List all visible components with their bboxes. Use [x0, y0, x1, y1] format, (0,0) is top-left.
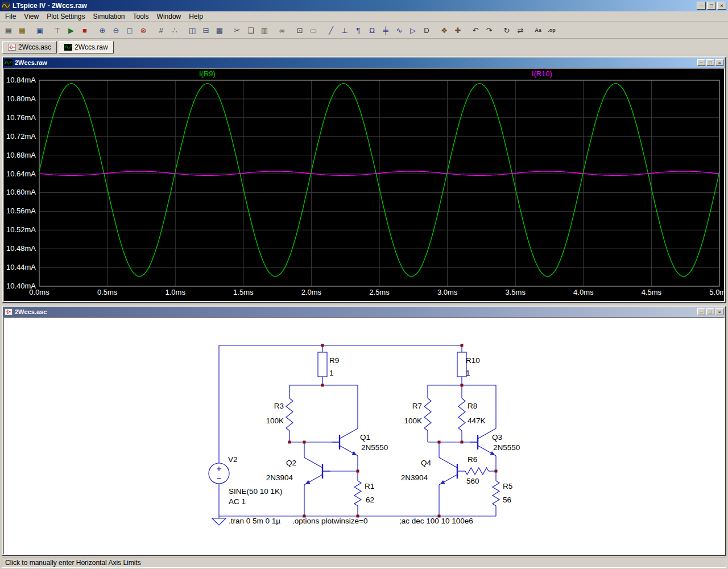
schematic-label[interactable]: R10 [466, 356, 480, 365]
wave-minimize-button[interactable]: ─ [697, 59, 705, 66]
voltage-source-V2[interactable] [209, 463, 229, 484]
transistor-Q2[interactable] [304, 457, 330, 485]
schematic-label[interactable]: R8 [468, 402, 477, 410]
schematic-label[interactable]: R6 [468, 455, 477, 464]
print-button[interactable]: ▭ [307, 23, 320, 37]
schematic-label[interactable]: .options plotwinsize=0 [292, 517, 367, 525]
halt-button[interactable]: ■ [78, 23, 92, 37]
schematic-maximize-button[interactable]: □ [706, 308, 714, 315]
resistor-R5[interactable] [493, 481, 499, 506]
schematic-label[interactable]: 100K [266, 417, 284, 425]
resistor-R1[interactable] [354, 481, 361, 506]
cascade-windows-button[interactable]: ▩ [213, 23, 226, 37]
close-button[interactable]: × [717, 2, 726, 10]
place-ground-button[interactable]: ⊥ [338, 23, 351, 37]
mark-data-points-button[interactable]: ∴ [168, 23, 181, 37]
schematic-label[interactable]: 100K [404, 417, 422, 425]
schematic-label[interactable]: R9 [329, 356, 339, 365]
find-button[interactable]: ∞ [275, 23, 289, 37]
schematic-window-titlebar[interactable]: 2Wccs.asc ─ □ × [3, 307, 725, 317]
place-component-button[interactable]: D [420, 23, 433, 37]
resistor-R3[interactable] [286, 398, 293, 431]
schematic-label[interactable]: 62 [366, 496, 374, 504]
move-button[interactable]: ❖ [437, 23, 451, 37]
tile-vertically-button[interactable]: ◫ [185, 23, 199, 37]
schematic-label[interactable]: .tran 0 5m 0 1µ [229, 517, 280, 525]
tab-2wccs-raw[interactable]: 2Wccs.raw [59, 41, 114, 53]
transistor-Q4[interactable] [439, 457, 465, 485]
place-capacitor-button[interactable]: ╪ [379, 23, 392, 37]
tab-2wccs-asc[interactable]: 2Wccs.asc [2, 41, 57, 53]
schematic-label[interactable]: R7 [412, 402, 422, 410]
schematic-label[interactable]: 1 [329, 369, 334, 377]
zoom-in-button[interactable]: ⊕ [96, 23, 109, 37]
schematic-label[interactable]: 2N3904 [401, 473, 428, 482]
menu-file[interactable]: File [1, 12, 20, 21]
zoom-full-extents-button[interactable]: ⊗ [136, 23, 150, 37]
schematic-canvas[interactable]: V2SINE(50 10 1K)AC 1R91R101R3100KR7100KR… [4, 318, 724, 554]
schematic-label[interactable]: 1 [466, 369, 470, 377]
schematic-label[interactable]: 2N5550 [493, 443, 520, 452]
resistor-R7[interactable] [424, 398, 431, 431]
cut-button[interactable]: ✂ [230, 23, 244, 37]
paste-button[interactable]: ▥ [258, 23, 271, 37]
resistor-R10[interactable] [457, 352, 466, 377]
redo-button[interactable]: ↷ [482, 23, 496, 37]
schematic-label[interactable]: R5 [503, 482, 512, 490]
place-diode-button[interactable]: ▷ [406, 23, 420, 37]
schematic-label[interactable]: AC 1 [229, 497, 246, 506]
schematic-label[interactable]: 447K [468, 417, 486, 425]
open-button[interactable]: ▦ [15, 23, 29, 37]
schematic-label[interactable]: 56 [503, 496, 511, 504]
new-schematic-button[interactable]: ▤ [2, 23, 15, 37]
schematic-label[interactable]: R3 [274, 402, 284, 410]
schematic-close-button[interactable]: × [715, 308, 723, 315]
menu-plot-settings[interactable]: Plot Settings [43, 12, 89, 21]
schematic-label[interactable]: V2 [228, 455, 238, 464]
mirror-button[interactable]: ⇄ [514, 23, 527, 37]
schematic-label[interactable]: Q4 [421, 459, 432, 467]
control-panel-button[interactable]: ⊤ [51, 23, 64, 37]
resistor-R8[interactable] [458, 398, 465, 431]
minimize-button[interactable]: ─ [697, 2, 706, 10]
spice-directive-button[interactable]: .op [545, 23, 559, 37]
menu-tools[interactable]: Tools [129, 12, 153, 21]
waveform-window-titlebar[interactable]: 2Wccs.raw ─ □ × [3, 57, 725, 68]
schematic-label[interactable]: 560 [466, 477, 479, 485]
draw-wire-button[interactable]: ╱ [324, 23, 338, 37]
zoom-back-button[interactable]: ⊖ [109, 23, 123, 37]
menu-window[interactable]: Window [153, 12, 185, 21]
schematic-label[interactable]: 2N3904 [266, 473, 293, 482]
schematic-label[interactable]: Q2 [286, 459, 296, 467]
legend-I(R9)[interactable]: I(R9) [199, 69, 216, 78]
schematic-label[interactable]: SINE(50 10 1K) [229, 487, 283, 496]
undo-button[interactable]: ↶ [469, 23, 482, 37]
schematic-label[interactable]: ;ac dec 100 10 100e6 [399, 517, 473, 525]
schematic-label[interactable]: 2N5550 [361, 443, 388, 452]
menu-help[interactable]: Help [185, 12, 207, 21]
label-net-button[interactable]: ¶ [351, 23, 365, 37]
schematic-label[interactable]: Q1 [360, 433, 370, 442]
place-resistor-button[interactable]: Ω [365, 23, 379, 37]
schematic-label[interactable]: Q3 [492, 433, 502, 442]
show-grid-button[interactable]: # [154, 23, 168, 37]
print-preview-button[interactable]: ⊡ [293, 23, 307, 37]
schematic-minimize-button[interactable]: ─ [697, 308, 705, 315]
ground-symbol[interactable] [212, 516, 226, 525]
resistor-R6[interactable] [465, 468, 489, 475]
menu-simulation[interactable]: Simulation [89, 12, 129, 21]
text-button[interactable]: Aa [531, 23, 545, 37]
drag-button[interactable]: ✚ [451, 23, 465, 37]
zoom-area-button[interactable]: ◻ [123, 23, 136, 37]
wave-maximize-button[interactable]: □ [706, 59, 714, 66]
main-titlebar[interactable]: LTspice IV - 2Wccs.raw ─ □ × [0, 0, 728, 11]
wave-close-button[interactable]: × [715, 59, 723, 66]
menu-view[interactable]: View [20, 12, 43, 21]
run-button[interactable]: ▶ [64, 23, 78, 37]
schematic-label[interactable]: R1 [365, 482, 374, 490]
place-inductor-button[interactable]: ∿ [392, 23, 406, 37]
waveform-plot[interactable]: 0.0ms0.5ms1.0ms1.5ms2.0ms2.5ms3.0ms3.5ms… [4, 69, 724, 301]
legend-I(R10)[interactable]: I(R10) [532, 69, 552, 78]
transistor-Q1[interactable] [332, 428, 358, 456]
copy-button[interactable]: ❑ [244, 23, 258, 37]
